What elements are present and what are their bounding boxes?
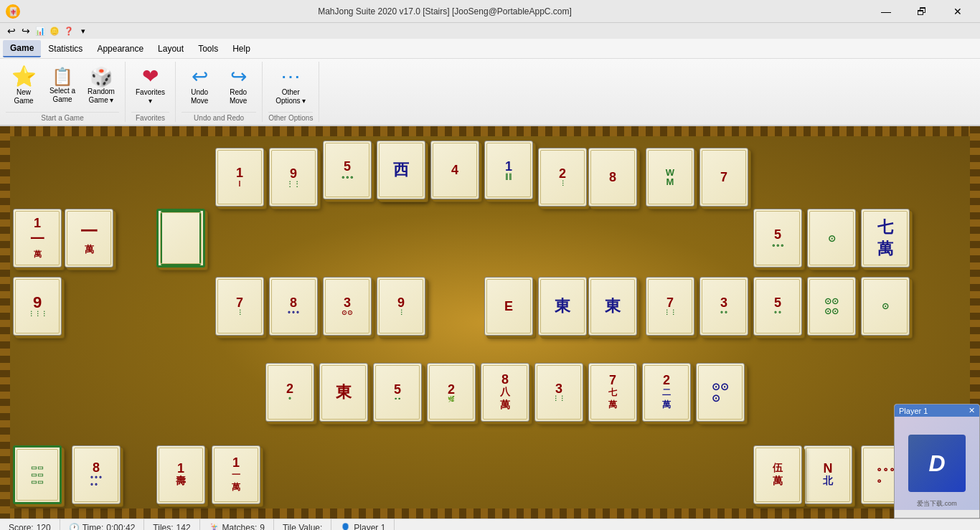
- border-left: [0, 126, 10, 519]
- qa-chart-icon[interactable]: 📊: [34, 25, 46, 37]
- new-game-button[interactable]: ⭐ NewGame: [6, 64, 42, 108]
- menu-appearance[interactable]: Appearance: [90, 41, 151, 57]
- ribbon-buttons-start-game: ⭐ NewGame 📋 Select aGame 🎲 RandomGame ▾: [6, 62, 119, 110]
- favorites-label: Favorites▾: [136, 88, 165, 105]
- status-time: 🕐 Time: 0:00:42: [60, 519, 145, 530]
- new-game-icon: ⭐: [11, 67, 37, 87]
- favorites-button[interactable]: ❤ Favorites▾: [131, 64, 169, 108]
- ribbon-group-start-game: ⭐ NewGame 📋 Select aGame 🎲 RandomGame ▾ …: [0, 62, 126, 122]
- tile[interactable]: 5∘∘∘: [753, 209, 802, 268]
- tile[interactable]: ⊙: [807, 209, 856, 268]
- tile[interactable]: 8∘∘∘∘∘: [72, 445, 121, 504]
- ribbon-buttons-favorites: ❤ Favorites▾: [131, 62, 169, 110]
- tile[interactable]: 8∘∘∘: [269, 277, 318, 336]
- tile[interactable]: 8: [588, 148, 637, 207]
- tile[interactable]: 1⁞: [215, 148, 264, 207]
- tile[interactable]: ⊙⊙⊙: [696, 363, 745, 422]
- tile[interactable]: 7: [699, 148, 748, 207]
- tile[interactable]: ⊙: [861, 277, 910, 336]
- border-top: [0, 126, 980, 136]
- tiles-label: Tiles:: [153, 523, 173, 531]
- ribbon-group-favorites: ❤ Favorites▾ Favorites: [126, 62, 176, 122]
- player-avatar-initial: D: [908, 435, 966, 492]
- favorites-icon: ❤: [142, 67, 159, 87]
- tile[interactable]: 1‖‖: [484, 141, 533, 199]
- tile[interactable]: ▭▭▭▭▭▭: [13, 445, 62, 504]
- menu-help[interactable]: Help: [225, 41, 258, 57]
- tile[interactable]: 2⋮: [538, 148, 587, 207]
- tile[interactable]: 7⋮: [215, 277, 264, 336]
- tile[interactable]: 西: [377, 141, 425, 199]
- tile[interactable]: 5∘∘: [373, 363, 422, 422]
- redo-move-button[interactable]: ↪ RedoMove: [220, 64, 256, 108]
- tile[interactable]: 2🌿: [427, 363, 476, 422]
- matches-icon: 🃏: [209, 523, 220, 531]
- tile[interactable]: [156, 209, 205, 268]
- status-score: Score: 120: [6, 519, 60, 530]
- menu-tools[interactable]: Tools: [191, 41, 225, 57]
- tile[interactable]: 3∘∘: [699, 277, 748, 336]
- tile[interactable]: 9⋮: [377, 277, 425, 336]
- qa-dropdown-icon[interactable]: ▾: [77, 25, 89, 37]
- tile[interactable]: 5∘∘: [753, 277, 802, 336]
- redo-move-icon: ↪: [230, 67, 247, 87]
- tile[interactable]: 9⋮⋮: [269, 148, 318, 207]
- statusbar: Score: 120 🕐 Time: 0:00:42 Tiles: 142 🃏 …: [0, 519, 980, 530]
- tile[interactable]: 9⋮⋮⋮: [13, 277, 62, 336]
- qa-help-icon[interactable]: ❓: [63, 25, 75, 37]
- tile[interactable]: 7七萬: [588, 363, 637, 422]
- undo-move-button[interactable]: ↩ UndoMove: [182, 64, 217, 108]
- time-icon: 🕐: [69, 523, 80, 531]
- tile[interactable]: 一萬: [65, 209, 113, 268]
- tile[interactable]: WM: [646, 148, 694, 207]
- menu-game[interactable]: Game: [3, 40, 41, 57]
- menu-layout[interactable]: Layout: [151, 41, 191, 57]
- titlebar-controls: — 🗗 ✕: [870, 0, 974, 23]
- ribbon: ⭐ NewGame 📋 Select aGame 🎲 RandomGame ▾ …: [0, 59, 980, 126]
- tile[interactable]: 8八萬: [481, 363, 529, 422]
- tile[interactable]: N北: [804, 445, 852, 504]
- player-icon: 👤: [340, 523, 351, 531]
- tile[interactable]: 3⋮⋮: [534, 363, 583, 422]
- other-options-button[interactable]: ⋯ OtherOptions ▾: [271, 64, 310, 108]
- menu-statistics[interactable]: Statistics: [41, 41, 90, 57]
- new-game-label: NewGame: [14, 88, 33, 105]
- border-bottom: [0, 508, 980, 519]
- undo-move-label: UndoMove: [191, 88, 208, 105]
- quick-access-toolbar: ↩ ↪ 📊 🪙 ❓ ▾: [0, 23, 980, 39]
- tile[interactable]: 1一萬: [212, 445, 260, 504]
- tile[interactable]: 7⋮⋮: [646, 277, 694, 336]
- tile[interactable]: 2二萬: [642, 363, 691, 422]
- tile[interactable]: 東: [538, 277, 587, 336]
- score-label: Score:: [9, 523, 34, 531]
- minimize-button[interactable]: —: [870, 0, 903, 23]
- titlebar: 🀄 MahJong Suite 2020 v17.0 [Stairs] [Joo…: [0, 0, 980, 23]
- player-panel-close-icon[interactable]: ✕: [969, 406, 975, 415]
- tile[interactable]: 2∘: [265, 363, 314, 422]
- tile[interactable]: 伍萬: [753, 445, 802, 504]
- random-game-icon: 🎲: [90, 67, 113, 86]
- qa-undo-icon[interactable]: ↩: [6, 25, 17, 37]
- app-icon: 🀄: [6, 4, 20, 19]
- tile[interactable]: 東: [319, 363, 368, 422]
- qa-redo-icon[interactable]: ↪: [20, 25, 32, 37]
- tiles-value: 142: [176, 523, 191, 531]
- tile[interactable]: 5∘∘∘: [323, 141, 372, 199]
- tile[interactable]: 東: [588, 277, 637, 336]
- tile[interactable]: E: [484, 277, 533, 336]
- tile[interactable]: 1一萬: [13, 209, 62, 268]
- tile[interactable]: 1壽: [156, 445, 205, 504]
- random-game-button[interactable]: 🎲 RandomGame ▾: [83, 65, 119, 108]
- avatar-label: 爱当下载.com: [895, 499, 979, 508]
- undo-redo-group-label: Undo and Redo: [182, 112, 256, 122]
- maximize-button[interactable]: 🗗: [905, 0, 938, 23]
- close-button[interactable]: ✕: [941, 0, 974, 23]
- tile[interactable]: 3⊙⊙: [323, 277, 372, 336]
- tile[interactable]: 4: [430, 141, 479, 199]
- matches-label: Matches:: [222, 523, 258, 531]
- tile[interactable]: ⊙⊙⊙⊙: [807, 277, 856, 336]
- qa-coin-icon[interactable]: 🪙: [49, 25, 60, 37]
- tile[interactable]: 七萬: [861, 209, 910, 268]
- matches-value: 9: [260, 523, 265, 531]
- select-game-button[interactable]: 📋 Select aGame: [44, 65, 80, 107]
